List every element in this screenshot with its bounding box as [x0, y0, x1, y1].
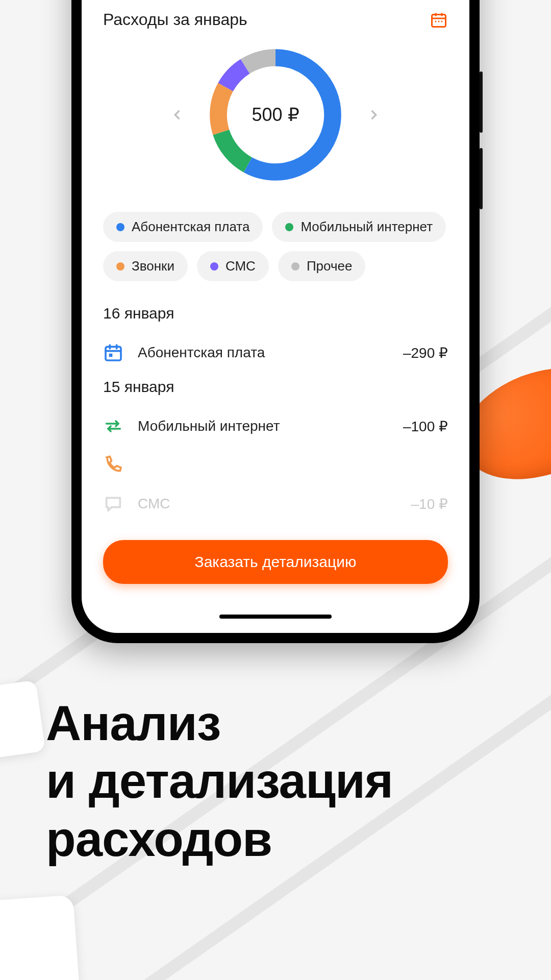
category-label: СМС — [226, 258, 256, 274]
transaction-amount: –290 ₽ — [403, 345, 448, 361]
category-pill[interactable]: Звонки — [103, 251, 188, 281]
category-label: Мобильный интернет — [300, 219, 433, 235]
order-details-button[interactable]: Заказать детализацию — [103, 540, 448, 584]
bg-card — [0, 680, 45, 759]
phone-button — [480, 71, 483, 133]
category-dot-icon — [291, 262, 299, 271]
transaction-date-heading: 16 января — [103, 305, 448, 322]
app-screen: Расходы за январь 500 ₽ — [82, 0, 469, 633]
category-label: Абонентская плата — [132, 219, 249, 235]
transaction-amount: –100 ₽ — [403, 418, 448, 435]
phone-frame: Расходы за январь 500 ₽ — [71, 0, 480, 643]
phone-icon — [103, 455, 123, 475]
transaction-label: СМС — [138, 496, 397, 512]
transaction-row[interactable] — [103, 446, 448, 484]
chevron-left-icon[interactable] — [170, 108, 185, 122]
page-title: Расходы за январь — [103, 10, 247, 29]
category-dot-icon — [210, 262, 218, 271]
category-dot-icon — [116, 223, 124, 231]
svg-rect-16 — [109, 354, 113, 357]
svg-rect-12 — [106, 347, 121, 360]
svg-point-6 — [441, 20, 443, 22]
svg-point-5 — [438, 20, 440, 22]
chat-icon — [103, 494, 123, 514]
svg-point-4 — [435, 20, 437, 22]
category-label: Звонки — [132, 258, 174, 274]
transaction-row[interactable]: Абонентская плата–290 ₽ — [103, 333, 448, 372]
transaction-row[interactable]: СМС–10 ₽ — [103, 484, 448, 523]
headline-line: расходов — [46, 810, 393, 868]
date-icon — [103, 342, 123, 363]
category-pill[interactable]: СМС — [197, 251, 269, 281]
chevron-right-icon[interactable] — [366, 108, 381, 122]
category-pill[interactable]: Абонентская плата — [103, 212, 263, 242]
donut-total: 500 ₽ — [204, 43, 347, 186]
calendar-icon[interactable] — [430, 11, 448, 29]
marketing-headline: Анализ и детализация расходов — [46, 694, 393, 868]
swap-icon — [103, 416, 123, 436]
transaction-label: Мобильный интернет — [138, 418, 389, 434]
category-pills: Абонентская платаМобильный интернетЗвонк… — [103, 212, 448, 281]
phone-button — [480, 148, 483, 209]
category-label: Прочее — [307, 258, 353, 274]
headline-line: и детализация — [46, 752, 393, 810]
bg-card — [0, 895, 80, 980]
headline-line: Анализ — [46, 694, 393, 752]
transactions-list: 16 январяАбонентская плата–290 ₽15 январ… — [103, 305, 448, 523]
transaction-row[interactable]: Мобильный интернет–100 ₽ — [103, 407, 448, 446]
transaction-date-heading: 15 января — [103, 378, 448, 396]
transaction-amount: –10 ₽ — [411, 496, 448, 512]
category-dot-icon — [116, 262, 124, 271]
home-indicator — [219, 615, 332, 619]
expenses-donut-chart: 500 ₽ — [204, 43, 347, 186]
transaction-label: Абонентская плата — [138, 345, 389, 361]
category-pill[interactable]: Мобильный интернет — [272, 212, 446, 242]
category-dot-icon — [285, 223, 293, 231]
category-pill[interactable]: Прочее — [278, 251, 366, 281]
